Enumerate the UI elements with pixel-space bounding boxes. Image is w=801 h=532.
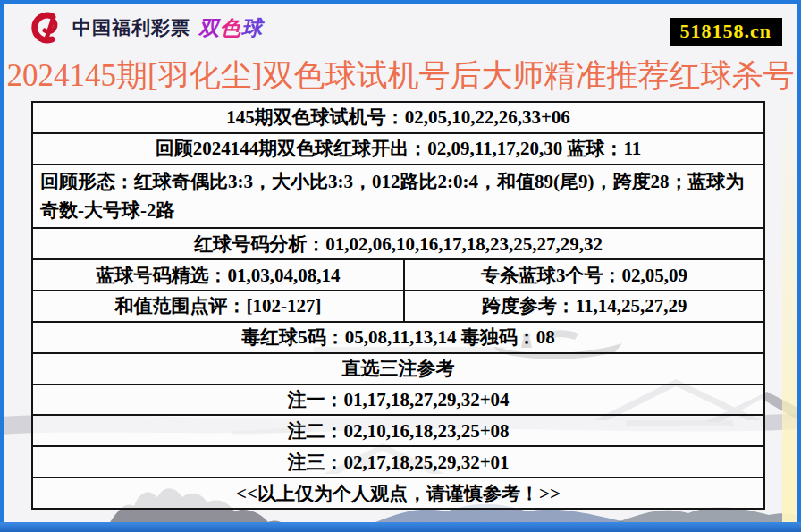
trial-number-text: 145期双色球试机号：02,05,10,22,26,33+06 <box>226 105 570 130</box>
header: 中国福利彩票 双色球 <box>25 8 263 47</box>
brand-name-label: 中国福利彩票 <box>72 15 190 40</box>
brand-product-char-3: 球 <box>241 16 263 39</box>
page-root: 中国福利彩票 双色球 518158.cn 2024145期[羽化尘]双色球试机号… <box>0 0 801 532</box>
page-title: 2024145期[羽化尘]双色球试机号后大师精准推荐红球杀号 <box>0 55 801 97</box>
page-border-bottom <box>0 522 801 532</box>
row-sum-span: 和值范围点评：[102-127] 跨度参考：11,14,25,27,29 <box>33 290 763 321</box>
note-2-text: 注二：02,10,16,18,23,25+08 <box>287 418 509 443</box>
page-border-right <box>797 0 801 532</box>
row-note-1: 注一：01,17,18,27,29,32+04 <box>33 384 763 415</box>
page-border-top <box>0 0 801 4</box>
brand-product-char-2: 色 <box>220 16 241 39</box>
direct-header-text: 直选三注参考 <box>342 356 455 381</box>
prediction-table: 145期双色球试机号：02,05,10,22,26,33+06 回顾202414… <box>31 101 765 510</box>
pattern-review-text: 回顾形态：红球奇偶比3:3，大小比3:3，012路比2:0:4，和值89(尾9)… <box>40 168 756 224</box>
site-watermark-badge: 518158.cn <box>670 18 783 46</box>
blue-kill-text: 专杀蓝球3个号：02,05,09 <box>481 263 687 288</box>
note-1-text: 注一：01,17,18,27,29,32+04 <box>287 387 509 412</box>
span-ref-text: 跨度参考：11,14,25,27,29 <box>482 293 687 318</box>
sum-range-text: 和值范围点评：[102-127] <box>115 293 322 318</box>
cell-blue-pick: 蓝球号码精选：01,03,04,08,14 <box>33 260 403 290</box>
cell-blue-kill: 专杀蓝球3个号：02,05,09 <box>403 260 763 290</box>
cell-sum-range: 和值范围点评：[102-127] <box>33 291 403 321</box>
brand-product-label: 双色球 <box>198 14 263 42</box>
row-note-2: 注二：02,10,16,18,23,25+08 <box>33 414 763 445</box>
row-poison-red: 毒红球5码：05,08,11,13,14 毒独码：08 <box>33 321 763 352</box>
brand-product-char-1: 双 <box>198 16 220 39</box>
china-welfare-lottery-logo-icon <box>25 8 64 47</box>
row-red-analysis: 红球号码分析：01,02,06,10,16,17,18,23,25,27,29,… <box>33 227 763 258</box>
row-blue-numbers: 蓝球号码精选：01,03,04,08,14 专杀蓝球3个号：02,05,09 <box>33 258 763 290</box>
note-3-text: 注三：02,17,18,25,29,32+01 <box>287 450 509 475</box>
cell-span-ref: 跨度参考：11,14,25,27,29 <box>403 291 763 321</box>
row-trial-number: 145期双色球试机号：02,05,10,22,26,33+06 <box>33 103 763 132</box>
row-disclaimer: <<以上仅为个人观点，请谨慎参考！>> <box>33 477 763 508</box>
poison-red-text: 毒红球5码：05,08,11,13,14 毒独码：08 <box>241 325 555 350</box>
row-note-3: 注三：02,17,18,25,29,32+01 <box>33 445 763 477</box>
page-border-left <box>0 0 4 532</box>
row-previous-draw: 回顾2024144期双色球红球开出：02,09,11,17,20,30 蓝球：1… <box>33 132 763 164</box>
row-direct-header: 直选三注参考 <box>33 352 763 384</box>
row-pattern-review: 回顾形态：红球奇偶比3:3，大小比3:3，012路比2:0:4，和值89(尾9)… <box>33 164 763 228</box>
previous-draw-text: 回顾2024144期双色球红球开出：02,09,11,17,20,30 蓝球：1… <box>156 136 642 161</box>
disclaimer-text: <<以上仅为个人观点，请谨慎参考！>> <box>236 481 561 506</box>
blue-pick-text: 蓝球号码精选：01,03,04,08,14 <box>97 263 341 288</box>
page-edge-tint <box>782 80 797 522</box>
red-analysis-text: 红球号码分析：01,02,06,10,16,17,18,23,25,27,29,… <box>194 232 603 257</box>
